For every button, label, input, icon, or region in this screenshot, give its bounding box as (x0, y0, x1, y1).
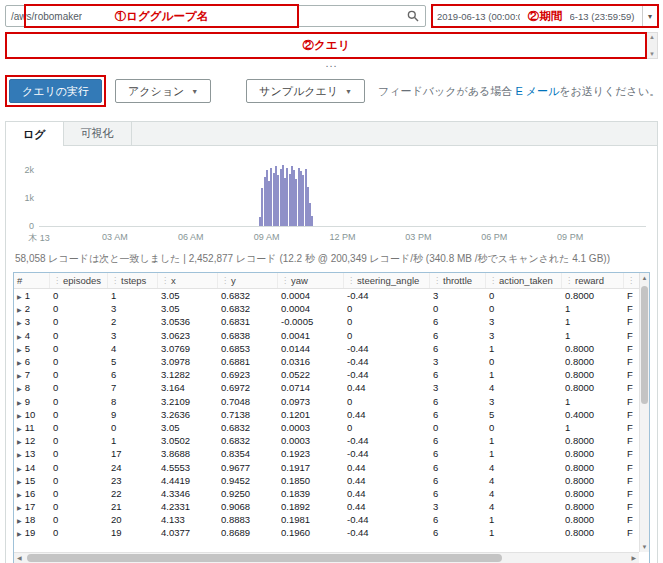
column-header-tsteps[interactable]: ⋮tsteps (108, 273, 158, 288)
table-row[interactable]: ▶4033.06230.68380.00410631F (14, 329, 649, 342)
expand-arrow-icon[interactable]: ▶ (17, 505, 22, 511)
row-expander[interactable]: ▶5 (14, 343, 50, 354)
table-row[interactable]: ▶6053.09780.68810.0316-0.44300.8000F (14, 355, 649, 368)
column-header-y[interactable]: ⋮y (218, 273, 278, 288)
column-header-action_taken[interactable]: ⋮action_taken (486, 273, 562, 288)
cell: -0.44 (344, 369, 430, 380)
column-header-throttle[interactable]: ⋮throttle (430, 273, 486, 288)
annotation-log-group-label: ①ロググループ名 (99, 9, 224, 24)
expand-arrow-icon[interactable]: ▶ (17, 347, 22, 353)
row-expander[interactable]: ▶7 (14, 369, 50, 380)
table-row[interactable]: ▶12013.05020.68320.0003-0.44610.8000F (14, 434, 649, 447)
table-vertical-scrollbar[interactable]: ▲ ▼ (639, 273, 649, 552)
expand-arrow-icon[interactable]: ▶ (17, 307, 22, 313)
email-link[interactable]: E メール (515, 85, 559, 97)
row-expander[interactable]: ▶11 (14, 422, 50, 433)
expand-arrow-icon[interactable]: ▶ (17, 386, 22, 392)
scroll-right-icon[interactable]: ▶ (631, 554, 636, 561)
table-row[interactable]: ▶8073.1640.69720.07140.44340.8000F (14, 381, 649, 394)
expand-arrow-icon[interactable]: ▶ (17, 320, 22, 326)
row-expander[interactable]: ▶17 (14, 501, 50, 512)
query-scrollbar[interactable]: ▲ ▼ (647, 32, 658, 59)
row-expander[interactable]: ▶13 (14, 448, 50, 459)
row-expander[interactable]: ▶9 (14, 396, 50, 407)
row-expander[interactable]: ▶15 (14, 475, 50, 486)
expand-arrow-icon[interactable]: ▶ (17, 518, 22, 524)
expand-arrow-icon[interactable]: ▶ (17, 466, 22, 472)
expand-arrow-icon[interactable]: ▶ (17, 294, 22, 300)
scrollbar-thumb[interactable] (641, 286, 648, 404)
table-row[interactable]: ▶7063.12820.69230.0522-0.44610.8000F (14, 368, 649, 381)
scroll-left-icon[interactable]: ◀ (17, 554, 22, 561)
expand-arrow-icon[interactable]: ▶ (17, 439, 22, 445)
table-row[interactable]: ▶9083.21090.70480.09730631F (14, 395, 649, 408)
row-expander[interactable]: ▶6 (14, 356, 50, 367)
table-row[interactable]: ▶5043.07690.68530.0144-0.44610.8000F (14, 342, 649, 355)
table-row[interactable]: ▶180204.1330.88830.1981-0.44610.8000F (14, 513, 649, 526)
search-icon[interactable] (407, 10, 419, 22)
table-row[interactable]: ▶11003.050.68320.00030001F (14, 421, 649, 434)
row-expander[interactable]: ▶3 (14, 316, 50, 327)
expand-arrow-icon[interactable]: ▶ (17, 360, 22, 366)
calendar-dropdown-button[interactable]: ▾ (642, 6, 657, 26)
tab-visualization[interactable]: 可視化 (64, 122, 132, 145)
row-expander[interactable]: ▶12 (14, 435, 50, 446)
row-expander[interactable]: ▶2 (14, 303, 50, 314)
cell: 3 (486, 330, 562, 341)
expand-arrow-icon[interactable]: ▶ (17, 413, 22, 419)
table-row[interactable]: ▶130173.86880.83540.1923-0.44610.8000F (14, 447, 649, 460)
row-expander[interactable]: ▶8 (14, 382, 50, 393)
log-group-input[interactable]: /aws/robomaker ①ロググループ名 (5, 5, 426, 27)
cell: 0.0714 (278, 382, 344, 393)
table-row[interactable]: ▶140244.55530.96770.19170.44640.8000F (14, 460, 649, 473)
cell: 18 (108, 541, 158, 543)
row-expander[interactable]: ▶16 (14, 488, 50, 499)
x-axis-label: 09 PM (557, 232, 583, 242)
table-row[interactable]: ▶160224.33460.92500.18390.44640.8000F (14, 487, 649, 500)
table-row[interactable]: ▶150234.44190.94520.18500.44640.8000F (14, 474, 649, 487)
expand-arrow-icon[interactable]: ▶ (17, 492, 22, 498)
table-row[interactable]: ▶200183.94480.85010.1919-0.44610.8000F (14, 540, 649, 543)
expand-arrow-icon[interactable]: ▶ (17, 373, 22, 379)
table-horizontal-scrollbar[interactable]: ◀ ▶ (14, 552, 639, 563)
expand-arrow-icon[interactable]: ▶ (17, 426, 22, 432)
row-expander[interactable]: ▶19 (14, 527, 50, 538)
column-header-x[interactable]: ⋮x (158, 273, 218, 288)
table-row[interactable]: ▶3023.05360.6831-0.00050631F (14, 315, 649, 328)
row-expander[interactable]: ▶20 (14, 541, 50, 543)
run-query-button[interactable]: クエリの実行 (9, 79, 102, 103)
table-row[interactable]: ▶2033.050.68320.00040001F (14, 302, 649, 315)
table-row[interactable]: ▶170214.23310.90680.18920.44340.8000F (14, 500, 649, 513)
column-header-reward[interactable]: ⋮reward (562, 273, 624, 288)
column-header-#[interactable]: # (14, 273, 50, 288)
table-row[interactable]: ▶1013.050.68320.0004-0.44300.8000F (14, 289, 649, 302)
row-expander[interactable]: ▶14 (14, 462, 50, 473)
query-editor[interactable]: ②クエリ (5, 32, 647, 59)
date-range-picker[interactable]: 2019-06-13 (00:00:00) - 2019-06-13 (23:5… (432, 5, 658, 27)
row-expander[interactable]: ▶1 (14, 290, 50, 301)
column-header-steering_angle[interactable]: ⋮steering_angle (344, 273, 430, 288)
column-header-yaw[interactable]: ⋮yaw (278, 273, 344, 288)
actions-dropdown-button[interactable]: アクション ▼ (115, 79, 211, 103)
tab-logs[interactable]: ログ (6, 122, 64, 146)
scroll-down-icon[interactable]: ▼ (649, 51, 655, 57)
scroll-down-icon[interactable]: ▼ (640, 544, 649, 550)
scroll-up-icon[interactable]: ▲ (640, 275, 649, 281)
x-axis-label: 03 AM (102, 232, 128, 242)
expand-arrow-icon[interactable]: ▶ (17, 531, 22, 537)
expand-arrow-icon[interactable]: ▶ (17, 452, 22, 458)
scroll-up-icon[interactable]: ▲ (649, 34, 655, 40)
row-expander[interactable]: ▶18 (14, 514, 50, 525)
expand-arrow-icon[interactable]: ▶ (17, 400, 22, 406)
table-row[interactable]: ▶190194.03770.86890.1960-0.44610.8000F (14, 526, 649, 539)
table-row[interactable]: ▶10093.26360.71380.12010.44650.4000F (14, 408, 649, 421)
scrollbar-thumb[interactable] (27, 554, 502, 562)
expand-arrow-icon[interactable]: ▶ (17, 479, 22, 485)
row-expander[interactable]: ▶4 (14, 330, 50, 341)
column-header-episodes[interactable]: ⋮episodes (50, 273, 108, 288)
expand-arrow-icon[interactable]: ▶ (17, 334, 22, 340)
row-number: 9 (25, 396, 30, 407)
row-expander[interactable]: ▶10 (14, 409, 50, 420)
editor-resize-handle[interactable]: ... (0, 59, 663, 71)
sample-queries-dropdown-button[interactable]: サンプルクエリ ▼ (246, 79, 365, 103)
